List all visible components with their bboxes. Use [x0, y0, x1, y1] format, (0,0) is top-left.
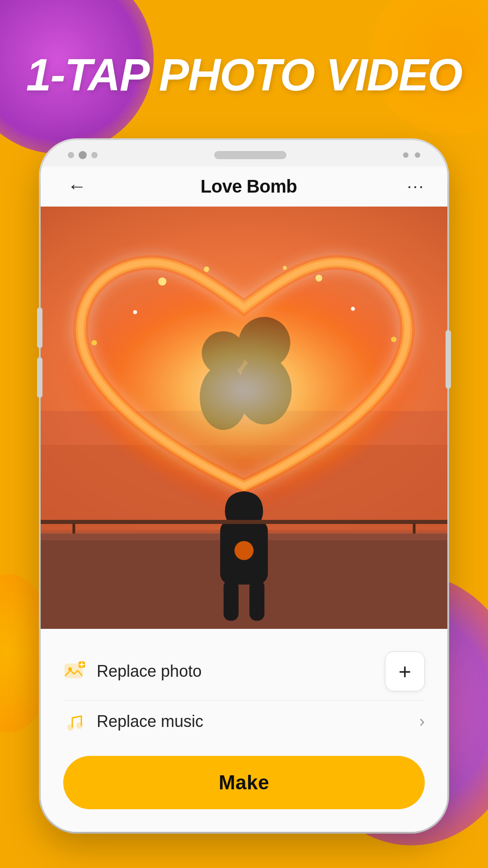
replace-photo-left: Replace photo: [63, 660, 202, 683]
replace-music-icon: [63, 710, 87, 733]
replace-music-chevron: ›: [419, 712, 425, 731]
svg-point-15: [391, 337, 396, 342]
phone-top-bar: [41, 140, 447, 166]
svg-rect-22: [224, 580, 239, 621]
phone-dots-left: [68, 151, 98, 159]
replace-photo-label: Replace photo: [97, 662, 202, 681]
main-title: 1-TAP PHOTO VIDEO: [0, 50, 488, 99]
video-preview[interactable]: [41, 207, 447, 629]
svg-point-17: [351, 307, 355, 311]
phone-notch: [214, 151, 286, 159]
volume-up-button: [37, 307, 42, 348]
svg-point-18: [204, 267, 209, 272]
svg-point-19: [283, 266, 287, 270]
svg-point-14: [92, 340, 97, 345]
phone-dot-5: [415, 152, 420, 158]
volume-down-button: [37, 357, 42, 398]
back-button[interactable]: ←: [63, 175, 90, 197]
svg-point-16: [133, 310, 137, 314]
replace-photo-button[interactable]: +: [385, 651, 425, 691]
svg-point-34: [77, 723, 82, 728]
svg-rect-25: [41, 520, 447, 524]
heart-scene: [41, 207, 447, 629]
phone-dot-2: [79, 151, 87, 159]
replace-photo-row: Replace photo +: [63, 642, 425, 700]
svg-point-13: [315, 275, 322, 282]
svg-point-33: [68, 725, 73, 730]
svg-rect-23: [249, 580, 264, 621]
svg-point-24: [235, 541, 253, 560]
phone-dot-4: [403, 152, 408, 158]
replace-music-label: Replace music: [97, 712, 203, 731]
make-button[interactable]: Make: [63, 756, 425, 809]
replace-music-row[interactable]: Replace music ›: [63, 700, 425, 742]
replace-photo-icon: [63, 660, 87, 683]
phone-dot-1: [68, 152, 74, 158]
bottom-controls: Replace photo + Replace music › Make: [41, 629, 447, 832]
svg-point-12: [158, 278, 166, 286]
more-options-button[interactable]: ···: [407, 177, 425, 196]
app-header: ← Love Bomb ···: [41, 166, 447, 207]
phone-dot-3: [91, 152, 98, 158]
power-button: [446, 330, 451, 389]
phone-dots-right: [403, 152, 420, 158]
replace-music-left: Replace music: [63, 710, 203, 733]
app-screen-title: Love Bomb: [201, 176, 297, 197]
phone-mockup: ← Love Bomb ···: [41, 140, 447, 832]
